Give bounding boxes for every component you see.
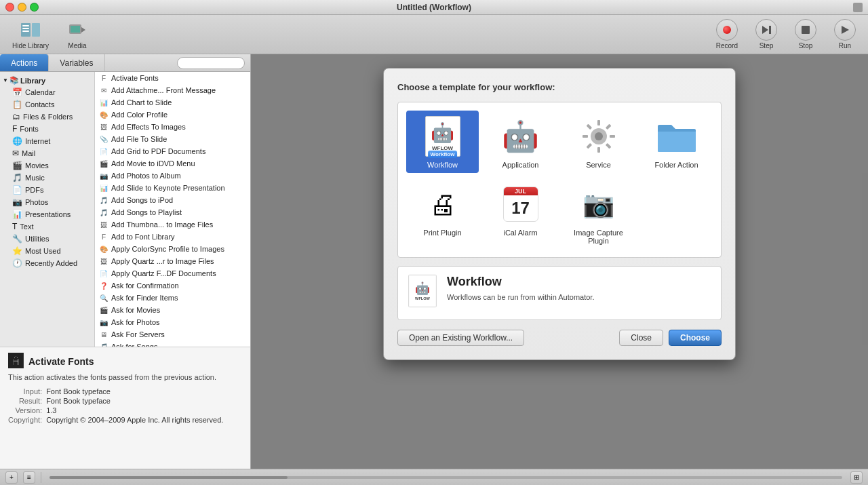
description-box: 🤖 WFLOW Workflow Workflows can be run fr… bbox=[397, 266, 722, 320]
action-item[interactable]: 📷Ask for Photos bbox=[95, 316, 250, 328]
sidebar-label: Recently Added bbox=[25, 259, 77, 267]
sidebar-label: Fonts bbox=[20, 125, 39, 133]
sidebar-item-pdfs[interactable]: 📄PDFs bbox=[0, 184, 94, 196]
action-item[interactable]: 📄Add Grid to PDF Documents bbox=[95, 145, 250, 157]
action-item[interactable]: 📊Add Slide to Keynote Presentation bbox=[95, 182, 250, 194]
column-view-button[interactable]: ⊞ bbox=[850, 471, 863, 484]
step-button[interactable]: Step bbox=[750, 16, 783, 52]
sidebar-item-fonts[interactable]: FFonts bbox=[0, 123, 94, 135]
sidebar-item-contacts[interactable]: 📋Contacts bbox=[0, 98, 94, 111]
detail-description: This action activates the fonts passed f… bbox=[8, 373, 242, 381]
record-icon bbox=[716, 19, 738, 41]
close-button[interactable]: Close bbox=[619, 330, 663, 346]
sidebar-icon: 🔧 bbox=[12, 234, 22, 244]
action-item[interactable]: 📊Add Chart to Slide bbox=[95, 96, 250, 109]
action-item[interactable]: 📷Add Photos to Album bbox=[95, 170, 250, 182]
action-item-label: Add Grid to PDF Documents bbox=[111, 147, 205, 155]
input-label: Input: bbox=[8, 387, 46, 396]
action-item[interactable]: 🖼Add Thumbna... to Image Files bbox=[95, 218, 250, 231]
action-item[interactable]: ✉Add Attachme... Front Message bbox=[95, 84, 250, 96]
list-view-button[interactable]: ≡ bbox=[23, 471, 35, 484]
action-item[interactable]: 📄Apply Quartz F...DF Documents bbox=[95, 267, 250, 279]
step-label: Step bbox=[760, 42, 774, 50]
detail-title-text: Activate Fonts bbox=[28, 356, 94, 367]
sidebar-item-utilities[interactable]: 🔧Utilities bbox=[0, 233, 94, 245]
library-parent[interactable]: ▼ 📚 Library bbox=[0, 75, 94, 86]
sidebar-item-text[interactable]: TText bbox=[0, 220, 94, 233]
action-item-label: Ask for Finder Items bbox=[111, 294, 178, 302]
action-item[interactable]: 🎵Add Songs to iPod bbox=[95, 194, 250, 206]
record-button[interactable]: Record bbox=[711, 16, 743, 52]
sidebar-item-internet[interactable]: 🌐Internet bbox=[0, 135, 94, 147]
tab-variables[interactable]: Variables bbox=[49, 54, 104, 71]
action-item[interactable]: 🎬Add Movie to iDVD Menu bbox=[95, 157, 250, 170]
sidebar-label: Text bbox=[20, 222, 33, 231]
template-workflow-label: Workflow bbox=[427, 161, 458, 169]
status-bar: + ≡ ⊞ bbox=[0, 469, 868, 485]
stop-label: Stop bbox=[799, 42, 813, 50]
sidebar-icon: ✉ bbox=[12, 149, 19, 158]
action-item[interactable]: 🎨Apply ColorSync Profile to Images bbox=[95, 243, 250, 255]
sidebar-item-movies[interactable]: 🎬Movies bbox=[0, 159, 94, 172]
action-item[interactable]: 🖼Apply Quartz ...r to Image Files bbox=[95, 255, 250, 267]
action-item[interactable]: 🎬Ask for Movies bbox=[95, 304, 250, 316]
maximize-button[interactable] bbox=[30, 3, 39, 12]
template-service[interactable]: Service bbox=[562, 111, 635, 173]
template-image-capture[interactable]: 📷 Image Capture Plugin bbox=[562, 178, 635, 249]
template-print-plugin[interactable]: 🖨 Print Plugin bbox=[406, 178, 479, 249]
stop-button[interactable]: Stop bbox=[789, 16, 822, 52]
action-item[interactable]: 🎵Add Songs to Playlist bbox=[95, 206, 250, 218]
sidebar-item-photos[interactable]: 📷Photos bbox=[0, 196, 94, 208]
stop-icon bbox=[795, 19, 816, 41]
input-value: Font Book typeface bbox=[46, 387, 227, 396]
sidebar-item-calendar[interactable]: 📅Calendar bbox=[0, 86, 94, 98]
sidebar-item-most-used[interactable]: ⭐Most Used bbox=[0, 245, 94, 257]
action-item-label: Ask for Confirmation bbox=[111, 282, 179, 290]
media-button[interactable]: Media bbox=[61, 16, 94, 52]
search-input[interactable] bbox=[177, 57, 245, 69]
scrollbar-track[interactable] bbox=[50, 476, 842, 479]
template-image-capture-label: Image Capture Plugin bbox=[566, 229, 631, 245]
action-item[interactable]: 🖥Ask For Servers bbox=[95, 328, 250, 341]
choose-button[interactable]: Choose bbox=[669, 330, 722, 346]
hide-library-button[interactable]: Hide Library bbox=[7, 16, 54, 52]
detail-panel: 🅰 Activate Fonts This action activates t… bbox=[0, 347, 250, 469]
workflow-icon: 🤖 WFLOW Workflow bbox=[422, 116, 463, 157]
sidebar-label: Photos bbox=[25, 198, 48, 206]
minimize-button[interactable] bbox=[18, 3, 26, 12]
template-application[interactable]: 🤖 Application bbox=[484, 111, 557, 173]
action-item[interactable]: FActivate Fonts bbox=[95, 72, 250, 84]
sidebar-label: Internet bbox=[25, 137, 50, 145]
sidebar-label: Mail bbox=[22, 149, 35, 157]
toolbar: Hide Library Media Record Step bbox=[0, 15, 868, 54]
action-item[interactable]: 📎Add File To Slide bbox=[95, 133, 250, 145]
svg-rect-19 bbox=[586, 143, 591, 149]
open-existing-button[interactable]: Open an Existing Workflow... bbox=[397, 330, 524, 346]
run-button[interactable]: Run bbox=[829, 16, 861, 52]
add-action-button[interactable]: + bbox=[5, 471, 18, 484]
copyright-value: Copyright © 2004–2009 Apple Inc. All rig… bbox=[46, 415, 227, 425]
detail-title-area: 🅰 Activate Fonts bbox=[8, 353, 242, 370]
template-workflow[interactable]: 🤖 WFLOW Workflow Workflow bbox=[406, 111, 479, 173]
template-ical-alarm[interactable]: JUL 17 iCal Alarm bbox=[484, 178, 557, 249]
action-item[interactable]: 🎵Ask for Songs bbox=[95, 341, 250, 347]
sidebar-item-presentations[interactable]: 📊Presentations bbox=[0, 208, 94, 220]
template-folder-action[interactable]: Folder Action bbox=[640, 111, 713, 173]
sidebar-item-music[interactable]: 🎵Music bbox=[0, 172, 94, 184]
action-item-label: Add Photos to Album bbox=[111, 172, 181, 180]
action-item-icon: 🎬 bbox=[99, 305, 108, 315]
action-item[interactable]: ❓Ask for Confirmation bbox=[95, 279, 250, 292]
tab-actions[interactable]: Actions bbox=[0, 54, 49, 71]
action-item[interactable]: 🖼Add Effects To Images bbox=[95, 121, 250, 133]
sidebar-item-mail[interactable]: ✉Mail bbox=[0, 147, 94, 159]
svg-point-13 bbox=[595, 132, 603, 140]
left-panel: Actions Variables ▼ 📚 Library 📅Calendar📋… bbox=[0, 54, 251, 469]
action-item[interactable]: 🎨Add Color Profile bbox=[95, 109, 250, 121]
action-item[interactable]: FAdd to Font Library bbox=[95, 231, 250, 243]
sidebar-icon: F bbox=[12, 124, 17, 134]
close-button[interactable] bbox=[5, 3, 14, 12]
sidebar-item-recently-added[interactable]: 🕐Recently Added bbox=[0, 257, 94, 269]
sidebar-item-files-folders[interactable]: 🗂Files & Folders bbox=[0, 111, 94, 123]
action-item[interactable]: 🔍Ask for Finder Items bbox=[95, 292, 250, 304]
template-service-label: Service bbox=[586, 161, 611, 169]
